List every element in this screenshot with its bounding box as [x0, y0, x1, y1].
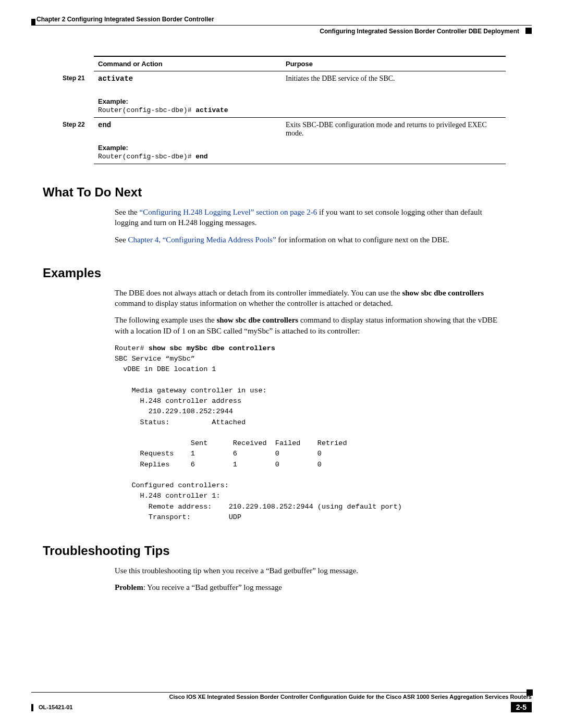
text-fragment: command to display status information on… [115, 299, 393, 307]
text-fragment: : You receive a “Bad getbuffer” log mess… [143, 583, 282, 591]
chapter-label: Chapter 2 Configuring Integrated Session… [31, 16, 532, 23]
example-prompt: Router(config-sbc-dbe)# [98, 153, 195, 161]
text-fragment: for information on what to configure nex… [276, 236, 449, 244]
footer-row: OL-15421-01 2-5 [31, 702, 532, 712]
problem-label: Problem [115, 583, 143, 591]
footer-book-title: Cisco IOS XE Integrated Session Border C… [31, 694, 532, 700]
cli-body: SBC Service “mySbc” vDBE in DBE location… [115, 355, 402, 521]
step-number: Step 21 [63, 71, 94, 118]
cli-prompt: Router# [115, 344, 149, 352]
what-next-body: See the “Configuring H.248 Logging Level… [115, 207, 500, 245]
text-fragment: The following example uses the [115, 316, 216, 324]
table-header-row: Command or Action Purpose [63, 56, 506, 71]
text-fragment: The DBE does not always attach or detach… [115, 289, 402, 297]
heading-examples: Examples [43, 266, 532, 280]
text-fragment: See the [115, 208, 139, 216]
examples-p1: The DBE does not always attach or detach… [115, 288, 500, 309]
example-code: Router(config-sbc-dbe)# activate [98, 106, 277, 114]
purpose-cell: Initiates the DBE service of the SBC. [282, 71, 506, 118]
heading-what-next: What To Do Next [43, 185, 532, 200]
command-inline: show sbc dbe controllers [216, 316, 298, 324]
cli-output: Router# show sbc mySbc dbe controllers S… [115, 343, 500, 523]
step-number: Step 22 [63, 118, 94, 164]
troubleshooting-p2: Problem: You receive a “Bad getbuffer” l… [115, 582, 500, 593]
command-inline: show sbc dbe controllers [402, 289, 484, 297]
section-label: Configuring Integrated Session Border Co… [31, 28, 532, 35]
footer-doc-chip-icon [31, 704, 33, 711]
example-prompt: Router(config-sbc-dbe)# [98, 106, 195, 114]
example-command: activate [195, 106, 228, 114]
purpose-col-header: Purpose [282, 56, 506, 71]
command-keyword: end [98, 121, 111, 129]
example-label: Example: [98, 97, 277, 105]
troubleshooting-body: Use this troubleshooting tip when you re… [115, 565, 500, 593]
command-keyword: activate [98, 75, 133, 83]
link-h248-logging[interactable]: “Configuring H.248 Logging Level” sectio… [139, 208, 317, 216]
cli-command: show sbc mySbc dbe controllers [149, 344, 275, 352]
what-next-p1: See the “Configuring H.248 Logging Level… [115, 207, 500, 228]
troubleshooting-p1: Use this troubleshooting tip when you re… [115, 565, 500, 576]
example-command: end [195, 153, 207, 161]
header-rule [31, 25, 532, 26]
table-row: Step 21 activate Example: Router(config-… [63, 71, 506, 118]
step-col-header [63, 56, 94, 71]
page-number: 2-5 [511, 702, 532, 712]
footer-title-text: Cisco IOS XE Integrated Session Border C… [169, 694, 532, 700]
heading-troubleshooting: Troubleshooting Tips [43, 544, 532, 558]
footer-rule [31, 692, 532, 693]
header-marker-icon [525, 28, 532, 34]
running-header: Chapter 2 Configuring Integrated Session… [31, 16, 532, 35]
command-cell: activate Example: Router(config-sbc-dbe)… [94, 71, 282, 118]
footer-doc-id-text: OL-15421-01 [39, 704, 72, 710]
purpose-cell: Exits SBC-DBE configuration mode and ret… [282, 118, 506, 164]
footer-marker-icon [527, 689, 533, 696]
command-table: Command or Action Purpose Step 21 activa… [63, 56, 506, 164]
section-label-text: Configuring Integrated Session Border Co… [320, 28, 519, 35]
footer-doc-id: OL-15421-01 [31, 704, 72, 710]
text-fragment: See [115, 236, 128, 244]
table-row: Step 22 end Example: Router(config-sbc-d… [63, 118, 506, 164]
link-chapter4[interactable]: Chapter 4, “Configuring Media Address Po… [128, 236, 276, 244]
command-col-header: Command or Action [94, 56, 282, 71]
command-cell: end Example: Router(config-sbc-dbe)# end [94, 118, 282, 164]
header-chip-icon [31, 19, 35, 25]
examples-body: The DBE does not always attach or detach… [115, 288, 500, 523]
page-footer: Cisco IOS XE Integrated Session Border C… [31, 692, 532, 712]
examples-p2: The following example uses the show sbc … [115, 315, 500, 336]
document-page: Chapter 2 Configuring Integrated Session… [0, 0, 563, 728]
example-code: Router(config-sbc-dbe)# end [98, 153, 277, 161]
what-next-p2: See Chapter 4, “Configuring Media Addres… [115, 235, 500, 245]
example-label: Example: [98, 144, 277, 152]
